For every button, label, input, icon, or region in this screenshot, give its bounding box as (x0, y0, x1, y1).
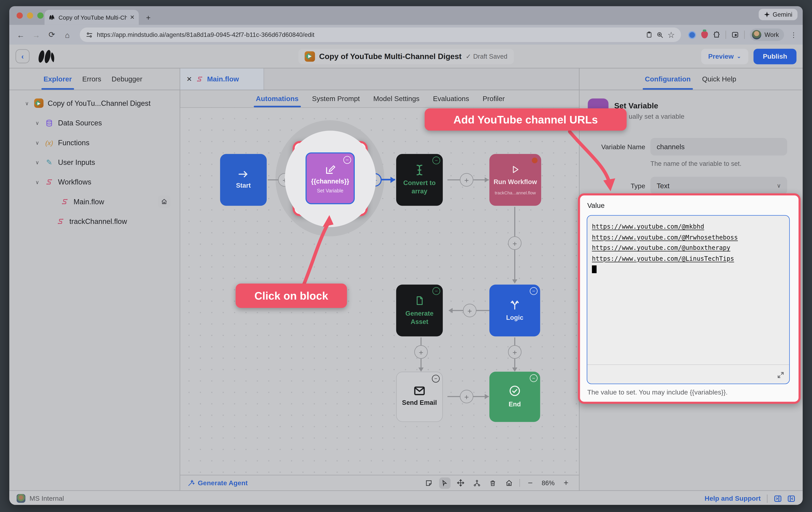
collapse-icon[interactable]: − (432, 157, 440, 164)
chevron-down-icon[interactable]: ∨ (34, 140, 40, 145)
minimize-window-button[interactable] (27, 12, 33, 19)
node-convert-to-array[interactable]: − Convert to array (396, 154, 443, 206)
screen: Copy of YouTube Multi-Chann ✕ + Gemini ←… (0, 0, 812, 512)
tab-close-icon[interactable]: ✕ (130, 14, 135, 21)
browser-tab[interactable]: Copy of YouTube Multi-Chann ✕ (45, 10, 139, 25)
tree-item-functions[interactable]: ∨ (x) Functions (9, 133, 180, 152)
home-icon[interactable]: ⌂ (61, 30, 74, 39)
clipboard-icon[interactable] (646, 31, 652, 38)
collapse-icon[interactable]: − (432, 287, 440, 295)
tab-debugger[interactable]: Debugger (112, 69, 142, 89)
back-icon[interactable]: ← (14, 30, 27, 39)
auto-layout-icon[interactable] (471, 477, 483, 489)
url-line: https://www.youtube.com/@unboxtherapy (592, 243, 784, 253)
close-window-button[interactable] (17, 12, 23, 19)
tree-item-trackchannel-flow[interactable]: trackChannel.flow (9, 211, 180, 231)
tree-item-main-flow[interactable]: Main.flow (9, 192, 180, 211)
tab-search-icon[interactable] (731, 31, 739, 38)
tree-item-workflows[interactable]: ∨ Workflows (9, 172, 180, 192)
type-select[interactable]: Text ∨ (650, 177, 787, 194)
add-step-button[interactable]: + (508, 236, 521, 250)
fit-home-icon[interactable] (503, 477, 515, 489)
profile-chip[interactable]: Work (750, 29, 784, 41)
variable-name-help: The name of the variable to set. (650, 160, 742, 167)
toggle-right-panel-icon[interactable] (774, 494, 782, 503)
bookmark-star-icon[interactable]: ☆ (667, 30, 675, 39)
chevron-down-icon: ⌄ (737, 53, 741, 59)
password-extension-icon[interactable] (688, 31, 696, 38)
tab-automations[interactable]: Automations (256, 90, 298, 107)
expand-icon[interactable] (777, 371, 784, 379)
gemini-badge[interactable]: Gemini (759, 9, 798, 20)
node-send-email[interactable]: − Send Email (396, 372, 443, 422)
tree-item-agent-root[interactable]: ∨ ▶ Copy of YouTu...Channel Digest (9, 93, 180, 113)
window-controls[interactable] (17, 12, 44, 19)
puzzle-extensions-icon[interactable] (713, 31, 721, 38)
node-end[interactable]: − End (489, 372, 540, 422)
tab-system-prompt[interactable]: System Prompt (312, 90, 360, 107)
help-support-link[interactable]: Help and Support (705, 494, 761, 502)
tab-configuration[interactable]: Configuration (645, 69, 691, 89)
zoom-out-icon[interactable]: − (525, 477, 536, 489)
toggle-left-panel-icon[interactable] (787, 494, 795, 503)
collapse-icon[interactable]: − (530, 374, 538, 382)
tab-quick-help[interactable]: Quick Help (702, 69, 736, 89)
tab-profiler[interactable]: Profiler (483, 90, 505, 107)
app-back-button[interactable]: ‹ (16, 49, 29, 63)
publish-button[interactable]: Publish (754, 49, 796, 64)
mindstudio-logo[interactable] (37, 49, 60, 63)
address-bar[interactable]: https://app.mindstudio.ai/agents/81a8d1a… (80, 28, 681, 42)
collapse-icon[interactable]: − (343, 156, 351, 164)
chevron-down-icon[interactable]: ∨ (34, 120, 40, 126)
add-step-button[interactable]: + (460, 173, 473, 187)
add-step-button[interactable]: + (460, 390, 473, 403)
node-generate-asset[interactable]: − Generate Asset (396, 285, 443, 336)
value-help: The value to set. You may include {{vari… (587, 388, 728, 396)
collapse-icon[interactable]: − (530, 287, 538, 295)
node-label: Send Email (402, 399, 437, 407)
tab-explorer[interactable]: Explorer (44, 69, 72, 89)
node-run-workflow[interactable]: Run Workflow trackCha...annel.flow (489, 154, 541, 206)
new-tab-button[interactable]: + (146, 13, 151, 22)
node-logic[interactable]: − Logic (489, 285, 540, 336)
note-tool-icon[interactable] (423, 477, 435, 489)
tab-errors[interactable]: Errors (82, 69, 101, 89)
url-text[interactable]: https://app.mindstudio.ai/agents/81a8d1a… (97, 31, 642, 38)
generate-agent-button[interactable]: Generate Agent (187, 479, 248, 487)
chevron-down-icon[interactable]: ∨ (24, 100, 30, 106)
tree-item-user-inputs[interactable]: ∨ ✎ User Inputs (9, 152, 180, 172)
zoom-window-button[interactable] (37, 12, 44, 19)
tab-evaluations[interactable]: Evaluations (433, 90, 469, 107)
reload-icon[interactable]: ⟳ (46, 30, 58, 39)
add-step-button[interactable]: + (508, 345, 521, 359)
forward-icon[interactable]: → (30, 30, 42, 39)
node-type: Set Variable (317, 187, 343, 193)
arrowhead (485, 177, 489, 183)
zoom-in-icon[interactable]: + (560, 477, 572, 489)
node-set-variable[interactable]: − {{channels}} Set Variable (306, 152, 355, 204)
collapse-icon[interactable]: − (432, 375, 440, 382)
site-info-icon[interactable] (86, 31, 93, 38)
add-step-button[interactable]: + (463, 304, 476, 317)
strawberry-extension-icon[interactable] (701, 31, 708, 38)
workflow-icon (56, 218, 65, 225)
node-start[interactable]: Start (220, 154, 267, 206)
tree-item-data-sources[interactable]: ∨ Data Sources (9, 113, 180, 133)
value-textarea[interactable]: https://www.youtube.com/@mkbhd https://w… (587, 215, 790, 384)
tab-model-settings[interactable]: Model Settings (373, 90, 420, 107)
browser-menu-icon[interactable]: ⋮ (790, 31, 798, 38)
chevron-down-icon[interactable]: ∨ (34, 179, 40, 185)
delete-tool-icon[interactable] (487, 477, 499, 489)
pan-tool-icon[interactable] (455, 477, 467, 489)
node-label: Generate Asset (396, 310, 443, 326)
home-flow-button[interactable] (158, 195, 170, 208)
preview-button[interactable]: Preview ⌄ (701, 49, 748, 64)
zoom-page-icon[interactable] (657, 31, 663, 38)
select-tool-icon[interactable] (439, 477, 451, 489)
variable-name-input[interactable]: channels (650, 138, 787, 156)
add-step-button[interactable]: + (414, 345, 428, 359)
close-icon[interactable]: ✕ (186, 75, 192, 83)
zoom-level[interactable]: 86% (542, 479, 554, 487)
file-tab-main-flow[interactable]: ✕ Main.flow (180, 69, 264, 89)
chevron-down-icon[interactable]: ∨ (34, 159, 40, 165)
